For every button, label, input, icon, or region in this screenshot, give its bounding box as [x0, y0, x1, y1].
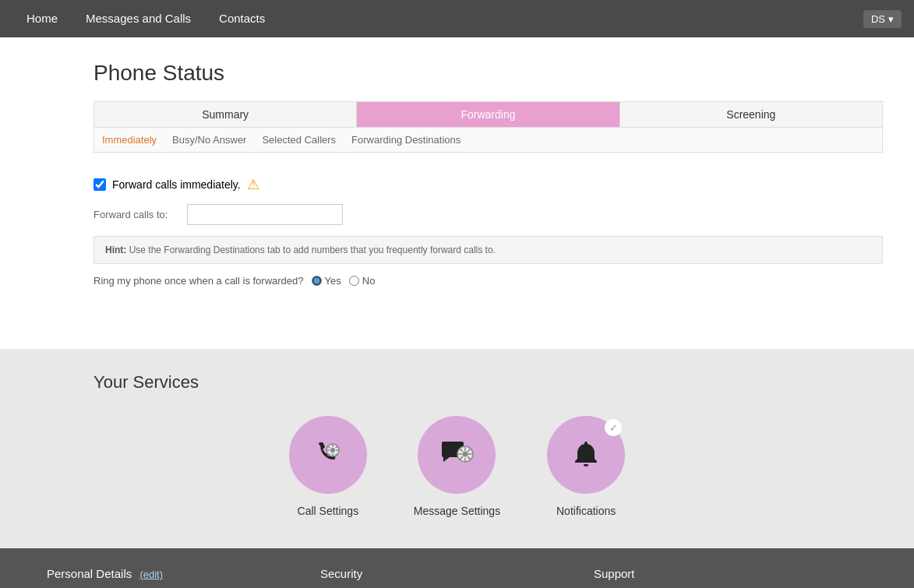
- footer-personal-heading: Personal Details (edit): [47, 567, 320, 580]
- call-settings-icon: [311, 438, 345, 472]
- services-title: Your Services: [31, 372, 883, 393]
- footer: Personal Details (edit) Devices Security…: [0, 548, 914, 588]
- notifications-check-badge: ✓: [605, 419, 622, 436]
- sub-tab-immediately[interactable]: Immediately: [102, 132, 157, 147]
- tab-forwarding[interactable]: Forwarding: [357, 102, 619, 127]
- sub-tabs: Immediately Busy/No Answer Selected Call…: [94, 128, 883, 153]
- ring-row: Ring my phone once when a call is forwar…: [94, 275, 883, 287]
- svg-point-1: [330, 448, 335, 452]
- navbar: Home Messages and Calls Contacts DS ▾: [0, 0, 914, 37]
- footer-support: Support Help Send Feedback: [594, 567, 867, 588]
- message-settings-label: Message Settings: [414, 505, 500, 517]
- footer-personal: Personal Details (edit) Devices: [47, 567, 320, 588]
- footer-security: Security Change Password Change Call Ser…: [320, 567, 594, 588]
- ring-yes-radio[interactable]: [312, 276, 322, 286]
- nav-home[interactable]: Home: [12, 0, 72, 37]
- message-settings-icon: [437, 437, 476, 474]
- ring-no-label: No: [362, 275, 376, 287]
- ring-yes-option: Yes: [312, 275, 341, 287]
- notifications-icon: [569, 437, 603, 474]
- call-settings-circle: [289, 416, 367, 494]
- forward-to-input[interactable]: [187, 204, 343, 225]
- forward-immediately-label: Forward calls immediately.: [112, 178, 241, 191]
- user-badge[interactable]: DS ▾: [863, 10, 902, 28]
- ring-no-radio[interactable]: [349, 276, 359, 286]
- sub-tab-busy[interactable]: Busy/No Answer: [172, 132, 246, 147]
- hint-label: Hint:: [105, 245, 126, 255]
- warning-icon: ⚠: [247, 176, 259, 193]
- hint-text: Use the Forwarding Destinations tab to a…: [129, 245, 496, 255]
- services-section: Your Services Call Settings: [0, 349, 914, 548]
- tab-screening[interactable]: Screening: [620, 102, 882, 127]
- ring-no-option: No: [349, 275, 376, 287]
- service-message-settings[interactable]: Message Settings: [414, 416, 500, 517]
- forward-to-row: Forward calls to:: [94, 204, 883, 225]
- footer-security-heading: Security: [320, 567, 594, 580]
- sub-tab-selected[interactable]: Selected Callers: [262, 132, 336, 147]
- call-settings-label: Call Settings: [298, 505, 359, 517]
- message-settings-circle: [418, 416, 496, 494]
- footer-support-heading: Support: [594, 567, 867, 580]
- forward-immediately-row: Forward calls immediately. ⚠: [94, 176, 883, 193]
- services-icons: Call Settings Message Settings: [31, 416, 883, 517]
- service-notifications[interactable]: ✓ Notifications: [547, 416, 625, 517]
- nav-messages-calls[interactable]: Messages and Calls: [72, 0, 205, 37]
- notifications-label: Notifications: [556, 505, 616, 517]
- ring-yes-label: Yes: [325, 275, 341, 287]
- form-area: Forward calls immediately. ⚠ Forward cal…: [94, 168, 883, 302]
- page-title: Phone Status: [94, 61, 883, 86]
- notifications-circle: ✓: [547, 416, 625, 494]
- footer-personal-edit[interactable]: (edit): [139, 569, 163, 580]
- nav-contacts[interactable]: Contacts: [205, 0, 279, 37]
- tab-summary[interactable]: Summary: [94, 102, 357, 127]
- tabs-row: Summary Forwarding Screening: [94, 101, 883, 128]
- sub-tab-destinations[interactable]: Forwarding Destinations: [351, 132, 461, 147]
- main-content: Phone Status Summary Forwarding Screenin…: [0, 37, 914, 349]
- forward-immediately-checkbox[interactable]: [94, 178, 106, 191]
- service-call-settings[interactable]: Call Settings: [289, 416, 367, 517]
- forward-to-label: Forward calls to:: [94, 209, 179, 220]
- ring-label: Ring my phone once when a call is forwar…: [94, 275, 304, 287]
- hint-box: Hint: Use the Forwarding Destinations ta…: [94, 236, 883, 264]
